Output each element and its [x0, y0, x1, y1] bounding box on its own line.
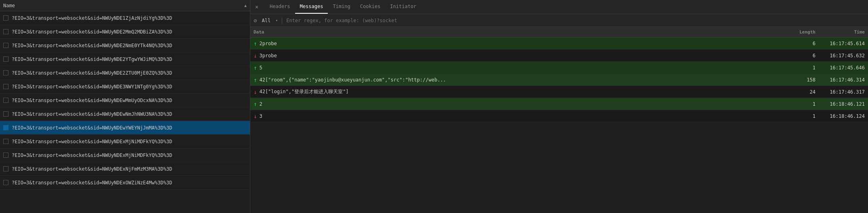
row-text: ?EIO=3&transport=websocket&sid=NWUyNDExM…: [12, 152, 172, 158]
row-text: ?EIO=3&transport=websocket&sid=NWUyNDExN…: [12, 166, 172, 172]
filter-all-label: All: [259, 17, 273, 24]
message-time: 16:17:45.614: [820, 41, 865, 46]
row-text: ?EIO=3&transport=websocket&sid=NWUyNDE2N…: [12, 43, 172, 48]
name-row[interactable]: ?EIO=3&transport=websocket&sid=NWUyNDExM…: [0, 148, 250, 162]
message-length: 158: [783, 77, 816, 83]
block-icon[interactable]: ⊘: [254, 17, 257, 24]
time-column-header: Time: [820, 29, 865, 35]
message-length: 1: [783, 101, 816, 107]
length-column-header: Length: [783, 29, 816, 35]
message-data-text: 3probe: [259, 53, 783, 58]
message-length: 1: [783, 65, 816, 71]
row-checkbox[interactable]: [3, 56, 8, 62]
arrow-down-icon: ↓: [254, 113, 257, 119]
row-checkbox[interactable]: [3, 15, 8, 21]
row-checkbox[interactable]: [3, 166, 8, 171]
filter-bar: ⊘ All ▾: [250, 14, 868, 27]
row-text: ?EIO=3&transport=websocket&sid=NWUyNDE2M…: [12, 29, 172, 35]
tab-timing[interactable]: Timing: [328, 0, 355, 14]
right-panel: × HeadersMessagesTimingCookiesInitiator …: [250, 0, 868, 213]
message-row[interactable]: ↑42["room",{"name":"yaojinbu@xueyuanjun.…: [250, 74, 868, 86]
name-row[interactable]: ?EIO=3&transport=websocket&sid=NWUyNDE3N…: [0, 80, 250, 94]
row-checkbox[interactable]: [3, 139, 8, 144]
row-checkbox[interactable]: [3, 70, 8, 75]
name-row[interactable]: ?EIO=3&transport=websocket&sid=NWUyNDE2M…: [0, 25, 250, 39]
filter-separator: [282, 17, 282, 24]
tab-headers[interactable]: Headers: [265, 0, 295, 14]
message-data-text: 2probe: [259, 41, 783, 46]
filter-dropdown-arrow[interactable]: ▾: [275, 18, 278, 23]
row-text: ?EIO=3&transport=websocket&sid=NWUyNDE3N…: [12, 84, 172, 90]
message-length: 6: [783, 41, 816, 46]
row-text: ?EIO=3&transport=websocket&sid=NWUyNDEwY…: [12, 125, 172, 131]
name-row[interactable]: ?EIO=3&transport=websocket&sid=NWUyNDEwM…: [0, 94, 250, 107]
close-button[interactable]: ×: [254, 4, 260, 10]
row-text: ?EIO=3&transport=websocket&sid=NWUyNDExO…: [12, 180, 172, 186]
row-text: ?EIO=3&transport=websocket&sid=NWUyNDE1Z…: [12, 15, 172, 21]
message-row[interactable]: ↑2probe616:17:45.614: [250, 38, 868, 50]
message-row[interactable]: ↑5116:17:45.646: [250, 62, 868, 74]
message-time: 16:17:46.317: [820, 89, 865, 95]
row-checkbox[interactable]: [3, 29, 8, 34]
regex-filter-input[interactable]: [286, 18, 865, 23]
name-row[interactable]: ?EIO=3&transport=websocket&sid=NWUyNDExN…: [0, 162, 250, 176]
name-row[interactable]: ?EIO=3&transport=websocket&sid=NWUyNDEwN…: [0, 107, 250, 121]
arrow-up-icon: ↑: [254, 65, 257, 71]
message-time: 16:18:46.121: [820, 101, 865, 107]
row-checkbox[interactable]: [3, 84, 8, 89]
message-data-text: 42["room",{"name":"yaojinbu@xueyuanjun.c…: [259, 77, 783, 83]
message-length: 24: [783, 89, 816, 95]
tabs-bar: × HeadersMessagesTimingCookiesInitiator: [250, 0, 868, 14]
row-text: ?EIO=3&transport=websocket&sid=NWUyNDE2Z…: [12, 70, 172, 76]
message-length: 6: [783, 53, 816, 58]
left-panel: Name ▲ ?EIO=3&transport=websocket&sid=NW…: [0, 0, 250, 213]
messages-table: Data Length Time ↑2probe616:17:45.614↓3p…: [250, 27, 868, 213]
name-row[interactable]: ?EIO=3&transport=websocket&sid=NWUyNDExM…: [0, 135, 250, 148]
name-row[interactable]: ?EIO=3&transport=websocket&sid=NWUyNDE1Z…: [0, 11, 250, 25]
row-checkbox[interactable]: [3, 98, 8, 103]
arrow-up-icon: ↑: [254, 101, 257, 107]
message-time: 16:18:46.124: [820, 113, 865, 119]
arrow-down-icon: ↓: [254, 89, 257, 95]
message-row[interactable]: ↓3116:18:46.124: [250, 110, 868, 122]
row-checkbox[interactable]: [3, 111, 8, 117]
message-length: 1: [783, 113, 816, 119]
message-time: 16:17:46.314: [820, 77, 865, 83]
message-data-text: 5: [259, 65, 783, 71]
name-row[interactable]: ?EIO=3&transport=websocket&sid=NWUyNDE2N…: [0, 39, 250, 52]
arrow-up-icon: ↑: [254, 40, 257, 47]
name-rows-list: ?EIO=3&transport=websocket&sid=NWUyNDE1Z…: [0, 11, 250, 213]
message-data-text: 3: [259, 113, 783, 119]
tab-cookies[interactable]: Cookies: [355, 0, 386, 14]
message-data-text: 42["login","登录后才能进入聊天室"]: [259, 88, 783, 95]
message-row[interactable]: ↓3probe616:17:45.632: [250, 50, 868, 62]
name-row[interactable]: ?EIO=3&transport=websocket&sid=NWUyNDE2Z…: [0, 66, 250, 80]
row-checkbox[interactable]: [3, 180, 8, 185]
message-row[interactable]: ↓42["login","登录后才能进入聊天室"]2416:17:46.317: [250, 86, 868, 98]
name-header-title: Name: [3, 3, 15, 8]
name-column-header: Name ▲: [0, 0, 250, 11]
message-data-text: 2: [259, 101, 783, 107]
arrow-up-icon: ↑: [254, 77, 257, 83]
data-column-header: Data: [254, 29, 783, 35]
name-row[interactable]: ?EIO=3&transport=websocket&sid=NWUyNDExO…: [0, 176, 250, 190]
row-checkbox[interactable]: [3, 43, 8, 48]
messages-table-header: Data Length Time: [250, 27, 868, 38]
row-checkbox[interactable]: [3, 125, 8, 130]
tab-initiator[interactable]: Initiator: [385, 0, 421, 14]
tab-messages[interactable]: Messages: [295, 0, 328, 14]
row-text: ?EIO=3&transport=websocket&sid=NWUyNDEwN…: [12, 111, 172, 117]
name-row[interactable]: ?EIO=3&transport=websocket&sid=NWUyNDE2Y…: [0, 52, 250, 66]
arrow-down-icon: ↓: [254, 52, 257, 59]
messages-rows: ↑2probe616:17:45.614↓3probe616:17:45.632…: [250, 38, 868, 122]
row-text: ?EIO=3&transport=websocket&sid=NWUyNDEwM…: [12, 98, 172, 103]
name-row[interactable]: ?EIO=3&transport=websocket&sid=NWUyNDEwY…: [0, 121, 250, 135]
row-text: ?EIO=3&transport=websocket&sid=NWUyNDE2Y…: [12, 56, 172, 62]
message-time: 16:17:45.646: [820, 65, 865, 71]
row-checkbox[interactable]: [3, 152, 8, 158]
sort-up-icon: ▲: [244, 3, 247, 8]
row-text: ?EIO=3&transport=websocket&sid=NWUyNDExM…: [12, 139, 172, 144]
message-row[interactable]: ↑2116:18:46.121: [250, 98, 868, 110]
message-time: 16:17:45.632: [820, 53, 865, 58]
